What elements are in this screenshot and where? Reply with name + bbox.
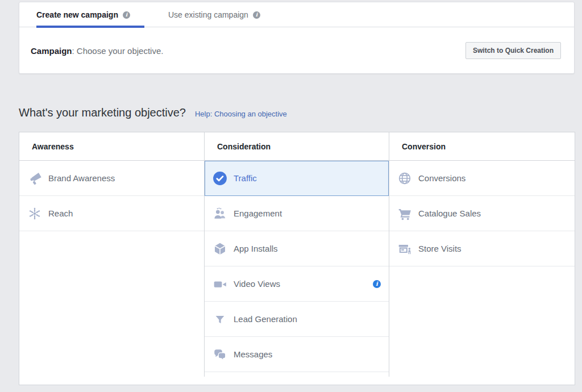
column-header-awareness: Awareness (19, 132, 204, 161)
tab-use-existing-campaign[interactable]: Use existing campaign i (168, 2, 260, 27)
info-icon[interactable]: i (253, 11, 260, 19)
objective-label: Engagement (234, 208, 282, 218)
objectives-grid: Awareness Brand Awareness (19, 132, 575, 377)
cart-icon (397, 206, 412, 221)
objectives-table: Awareness Brand Awareness (19, 132, 575, 385)
objective-label: Catalogue Sales (418, 208, 481, 218)
column-consideration: Consideration Traffic (205, 132, 389, 377)
objective-brand-awareness[interactable]: Brand Awareness (19, 161, 204, 196)
objective-conversions[interactable]: Conversions (389, 161, 575, 196)
info-icon[interactable]: i (373, 280, 381, 288)
chat-bubbles-icon (213, 347, 227, 362)
campaign-step-text: Campaign: Choose your objective. (31, 46, 163, 56)
help-choosing-objective-link[interactable]: Help: Choosing an objective (195, 110, 287, 118)
campaign-step-description: : Choose your objective. (72, 46, 164, 56)
objective-label: Conversions (418, 173, 465, 183)
objective-label: Lead Generation (234, 314, 297, 324)
campaign-tabs: Create new campaign i Use existing campa… (19, 2, 574, 27)
cube-icon (213, 241, 227, 256)
active-tab-underline (36, 26, 144, 28)
column-awareness: Awareness Brand Awareness (19, 132, 205, 377)
campaign-setup-card: Create new campaign i Use existing campa… (19, 2, 575, 74)
page-title: What's your marketing objective? (19, 106, 186, 119)
objective-store-visits[interactable]: Store Visits (389, 231, 575, 266)
tab-create-new-campaign[interactable]: Create new campaign i (36, 2, 130, 27)
objective-lead-generation[interactable]: Lead Generation (205, 302, 389, 337)
campaign-step-label: Campaign (31, 46, 72, 56)
funnel-icon (213, 312, 227, 327)
objective-label: Store Visits (418, 244, 462, 253)
objective-reach[interactable]: Reach (19, 196, 204, 231)
megaphone-icon (27, 171, 42, 186)
objective-label: Traffic (234, 173, 257, 183)
objective-messages[interactable]: Messages (205, 337, 389, 372)
info-icon[interactable]: i (123, 11, 130, 19)
objective-engagement[interactable]: Engagement (205, 196, 389, 231)
globe-icon (397, 171, 412, 186)
objective-label: Messages (234, 349, 272, 359)
column-header-consideration: Consideration (205, 132, 389, 161)
people-icon (213, 206, 227, 221)
objective-traffic[interactable]: Traffic (205, 161, 389, 196)
objective-label: Brand Awareness (48, 173, 115, 183)
campaign-bar: Campaign: Choose your objective. Switch … (19, 27, 574, 74)
tab-existing-label: Use existing campaign (168, 10, 248, 19)
objective-label: Reach (48, 208, 73, 218)
video-camera-icon (213, 277, 227, 291)
objective-label: Video Views (234, 279, 280, 289)
reach-spokes-icon (27, 206, 42, 221)
ads-manager-objective-screen: Create new campaign i Use existing campa… (0, 0, 582, 392)
storefront-icon (397, 241, 412, 256)
objective-video-views[interactable]: Video Views i (205, 266, 389, 302)
check-circle-icon (213, 171, 227, 186)
column-conversion: Conversion Conversions (389, 132, 575, 377)
objective-catalogue-sales[interactable]: Catalogue Sales (389, 196, 575, 231)
column-header-conversion: Conversion (389, 132, 575, 161)
objective-app-installs[interactable]: App Installs (205, 231, 389, 266)
switch-quick-creation-button[interactable]: Switch to Quick Creation (465, 42, 561, 59)
objective-heading-row: What's your marketing objective? Help: C… (19, 106, 287, 119)
tab-create-label: Create new campaign (36, 10, 118, 19)
objective-label: App Installs (234, 244, 278, 253)
